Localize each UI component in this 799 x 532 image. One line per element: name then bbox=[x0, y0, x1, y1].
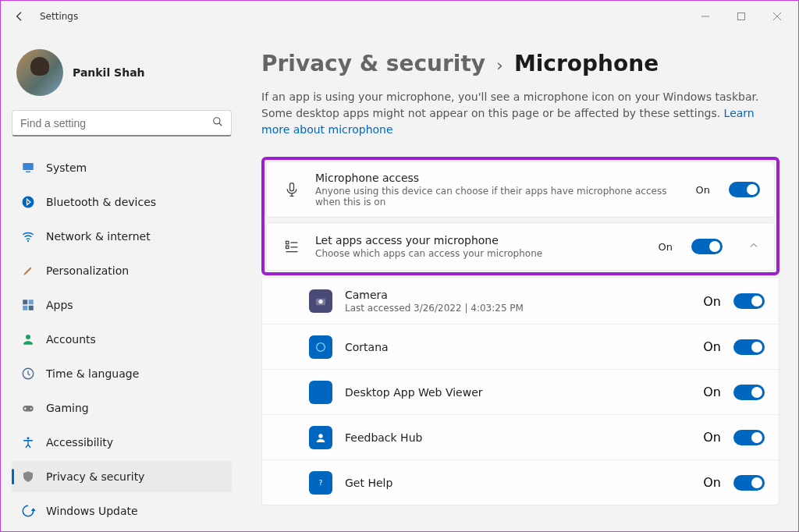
person-icon bbox=[21, 332, 35, 346]
chevron-right-icon: › bbox=[496, 55, 503, 75]
app-row[interactable]: Desktop App Web ViewerOn bbox=[262, 369, 779, 414]
sidebar-item-gaming[interactable]: Gaming bbox=[12, 392, 232, 424]
sidebar-item-update[interactable]: Windows Update bbox=[12, 495, 232, 527]
sidebar: Pankil Shah SystemBluetooth & devicesNet… bbox=[1, 32, 243, 532]
sidebar-item-bluetooth[interactable]: Bluetooth & devices bbox=[12, 186, 232, 218]
main-content: Privacy & security › Microphone If an ap… bbox=[243, 32, 798, 532]
app-name: Cortana bbox=[345, 341, 691, 353]
svg-point-26 bbox=[318, 434, 322, 438]
svg-rect-19 bbox=[286, 246, 289, 248]
chevron-up-icon[interactable] bbox=[748, 240, 760, 253]
sidebar-item-label: Personalization bbox=[46, 264, 129, 277]
list-icon bbox=[281, 239, 303, 254]
app-toggle[interactable] bbox=[733, 475, 765, 491]
app-toggle[interactable] bbox=[733, 339, 765, 355]
breadcrumb-parent[interactable]: Privacy & security bbox=[261, 51, 485, 76]
accessibility-icon bbox=[21, 435, 35, 449]
toggle-state-label: On bbox=[659, 241, 673, 253]
svg-rect-9 bbox=[29, 300, 34, 304]
sidebar-item-network[interactable]: Network & internet bbox=[12, 221, 232, 252]
toggle-state-label: On bbox=[703, 475, 721, 490]
gamepad-icon bbox=[21, 401, 35, 415]
toggle-state-label: On bbox=[703, 294, 721, 309]
svg-rect-8 bbox=[23, 300, 27, 304]
sidebar-item-label: Apps bbox=[46, 299, 73, 311]
brush-icon bbox=[21, 264, 35, 278]
app-toggle[interactable] bbox=[733, 385, 765, 400]
sidebar-item-label: System bbox=[46, 161, 87, 174]
app-access-card[interactable]: Let apps access your microphone Choose w… bbox=[266, 222, 775, 271]
app-row[interactable]: ?Get HelpOn bbox=[262, 459, 779, 505]
shield-icon bbox=[21, 470, 35, 484]
app-subtitle: Last accessed 3/26/2022 | 4:03:25 PM bbox=[345, 303, 691, 314]
maximize-button[interactable] bbox=[723, 1, 759, 32]
svg-rect-10 bbox=[23, 306, 27, 310]
app-name: Feedback Hub bbox=[345, 431, 691, 444]
app-list: CameraLast accessed 3/26/2022 | 4:03:25 … bbox=[261, 278, 779, 505]
search-icon bbox=[212, 116, 223, 129]
svg-line-3 bbox=[219, 123, 222, 126]
app-row[interactable]: Feedback HubOn bbox=[262, 414, 779, 459]
bluetooth-icon bbox=[21, 195, 35, 209]
svg-point-24 bbox=[318, 300, 322, 303]
app-toggle[interactable] bbox=[733, 430, 765, 445]
back-button[interactable] bbox=[4, 1, 35, 32]
apps-icon bbox=[21, 298, 35, 312]
close-button[interactable] bbox=[759, 1, 795, 32]
toggle-state-label: On bbox=[703, 430, 721, 445]
svg-point-7 bbox=[27, 240, 29, 242]
sidebar-item-label: Time & language bbox=[46, 367, 139, 380]
app-access-toggle[interactable] bbox=[691, 239, 723, 254]
breadcrumb: Privacy & security › Microphone bbox=[261, 51, 779, 76]
sidebar-item-apps[interactable]: Apps bbox=[12, 289, 232, 321]
sidebar-item-privacy[interactable]: Privacy & security bbox=[12, 461, 232, 492]
sidebar-item-label: Network & internet bbox=[46, 230, 151, 243]
sidebar-item-label: Privacy & security bbox=[46, 470, 144, 483]
app-icon bbox=[309, 426, 332, 449]
app-toggle[interactable] bbox=[733, 293, 765, 309]
svg-rect-5 bbox=[26, 172, 30, 173]
svg-point-6 bbox=[23, 197, 34, 208]
svg-rect-4 bbox=[23, 163, 34, 170]
sidebar-item-time[interactable]: Time & language bbox=[12, 358, 232, 389]
svg-point-2 bbox=[214, 118, 220, 124]
search-box[interactable] bbox=[12, 110, 232, 137]
avatar bbox=[16, 49, 63, 96]
svg-rect-1 bbox=[738, 13, 745, 20]
app-name: Camera bbox=[345, 289, 691, 301]
svg-point-16 bbox=[27, 437, 30, 439]
monitor-icon bbox=[21, 161, 35, 175]
toggle-state-label: On bbox=[703, 385, 721, 399]
microphone-access-toggle[interactable] bbox=[729, 182, 760, 197]
setting-subtitle: Anyone using this device can choose if t… bbox=[315, 186, 684, 207]
nav-list: SystemBluetooth & devicesNetwork & inter… bbox=[12, 152, 232, 527]
page-description: If an app is using your microphone, you'… bbox=[261, 89, 761, 138]
app-icon bbox=[309, 335, 332, 359]
app-row[interactable]: CortanaOn bbox=[262, 324, 779, 369]
sidebar-item-accessibility[interactable]: Accessibility bbox=[12, 427, 232, 458]
app-icon bbox=[309, 381, 332, 404]
toggle-state-label: On bbox=[696, 184, 710, 196]
sidebar-item-label: Windows Update bbox=[46, 505, 138, 517]
app-name: Get Help bbox=[345, 477, 691, 489]
minimize-button[interactable] bbox=[687, 1, 723, 32]
svg-rect-17 bbox=[290, 183, 294, 191]
profile-block[interactable]: Pankil Shah bbox=[16, 49, 232, 96]
profile-name: Pankil Shah bbox=[73, 66, 145, 79]
app-icon: ? bbox=[309, 471, 332, 495]
svg-rect-11 bbox=[29, 306, 34, 310]
highlighted-settings: Microphone access Anyone using this devi… bbox=[261, 157, 779, 275]
sidebar-item-personalization[interactable]: Personalization bbox=[12, 255, 232, 286]
setting-subtitle: Choose which apps can access your microp… bbox=[315, 248, 646, 259]
svg-text:?: ? bbox=[319, 478, 323, 487]
svg-point-25 bbox=[317, 342, 325, 351]
svg-point-15 bbox=[30, 408, 32, 410]
search-input[interactable] bbox=[20, 117, 212, 129]
sidebar-item-label: Accounts bbox=[46, 333, 96, 346]
microphone-access-card[interactable]: Microphone access Anyone using this devi… bbox=[266, 161, 775, 218]
sidebar-item-system[interactable]: System bbox=[12, 152, 232, 183]
app-name: Desktop App Web Viewer bbox=[345, 386, 691, 399]
setting-title: Let apps access your microphone bbox=[315, 234, 646, 246]
sidebar-item-accounts[interactable]: Accounts bbox=[12, 324, 232, 355]
app-row[interactable]: CameraLast accessed 3/26/2022 | 4:03:25 … bbox=[262, 278, 779, 324]
